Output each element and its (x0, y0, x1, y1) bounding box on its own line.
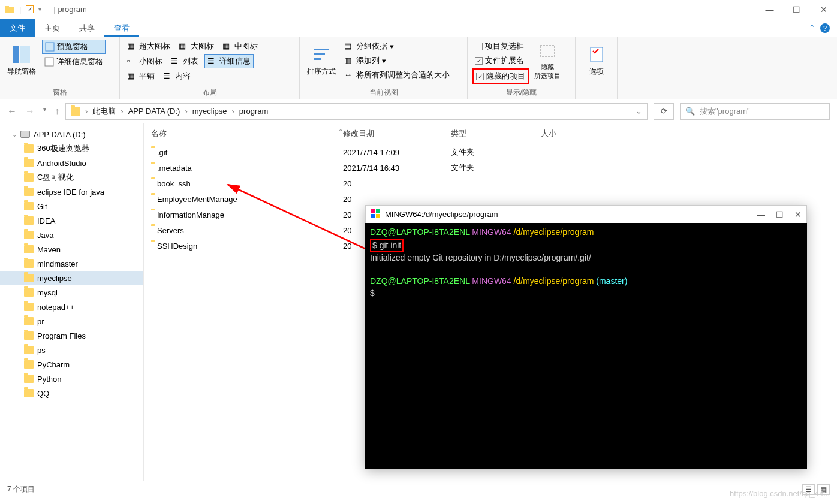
hide-selected-button[interactable]: 隐藏 所选项目 (532, 40, 562, 82)
forward-button[interactable]: → (25, 106, 35, 117)
details-pane-button[interactable]: 详细信息窗格 (42, 55, 106, 68)
col-name[interactable]: 名称 ⌃ (151, 128, 343, 139)
svg-rect-10 (591, 47, 603, 62)
col-type[interactable]: 类型 (451, 128, 541, 139)
sidebar-item[interactable]: notepad++ (0, 300, 143, 314)
qat-check-icon[interactable] (26, 5, 34, 13)
sidebar-item[interactable]: pr (0, 314, 143, 328)
collapse-ribbon-icon[interactable]: ⌃ (809, 23, 815, 32)
svg-rect-14 (371, 214, 375, 218)
layout-tiles[interactable]: ▦平铺 (125, 70, 157, 83)
layout-xl[interactable]: ▦超大图标 (125, 40, 173, 53)
tab-home[interactable]: 主页 (35, 19, 70, 37)
sidebar-item[interactable]: mysql (0, 285, 143, 300)
sidebar-item[interactable]: PyCharm (0, 357, 143, 372)
sidebar-item[interactable]: Git (0, 199, 143, 213)
layout-lg[interactable]: ▦大图标 (176, 40, 216, 53)
preview-pane-icon (45, 42, 55, 52)
address-dropdown-icon[interactable]: ⌄ (636, 107, 642, 116)
sidebar-item[interactable]: Java (0, 228, 143, 242)
recent-dropdown[interactable]: ▾ (43, 106, 46, 117)
folder-icon (24, 360, 34, 369)
qat-dropdown-icon[interactable]: ▾ (38, 6, 41, 13)
terminal-minimize[interactable]: — (757, 210, 765, 219)
layout-md[interactable]: ▦中图标 (220, 40, 260, 53)
layout-detail[interactable]: ☰详细信息 (204, 54, 254, 68)
col-date[interactable]: 修改日期 (343, 128, 451, 139)
md-icon: ▦ (222, 41, 232, 51)
crumb[interactable]: 此电脑 (92, 106, 116, 117)
group-pane-label: 窗格 (5, 86, 115, 99)
folder-icon (24, 231, 34, 239)
navbar: ← → ▾ ↑ › 此电脑› APP DATA (D:)› myeclipse›… (0, 99, 837, 123)
collapse-icon[interactable]: ⌄ (12, 131, 17, 138)
xl-icon: ▦ (127, 41, 137, 51)
terminal-close[interactable]: ✕ (794, 210, 802, 219)
sidebar-item[interactable]: eclipse IDE for java (0, 185, 143, 199)
tab-share[interactable]: 共享 (70, 19, 104, 37)
sidebar-item[interactable]: Maven (0, 242, 143, 256)
sidebar-item[interactable]: 360极速浏览器 (0, 141, 143, 156)
crumb[interactable]: program (239, 107, 268, 116)
group-by-button[interactable]: ▤分组依据 ▾ (342, 40, 452, 53)
sort-button[interactable]: 排序方式 (305, 40, 338, 82)
preview-pane-button[interactable]: 预览窗格 (42, 40, 106, 54)
folder-icon (24, 375, 34, 383)
terminal-app-icon (371, 209, 380, 220)
layout-sm[interactable]: ▫小图标 (125, 54, 165, 68)
tab-file[interactable]: 文件 (0, 19, 35, 37)
terminal-body[interactable]: DZQ@LAPTOP-I8TA2ENL MINGW64 /d/myeclipse… (365, 223, 807, 469)
addressbar[interactable]: › 此电脑› APP DATA (D:)› myeclipse› program… (65, 103, 648, 120)
sidebar-item[interactable]: mindmaster (0, 256, 143, 271)
add-column-button[interactable]: ▥添加列 ▾ (342, 54, 452, 67)
sidebar-item[interactable]: Python (0, 372, 143, 386)
file-row[interactable]: book_ssh20 (144, 176, 837, 191)
file-extensions-toggle[interactable]: 文件扩展名 (472, 54, 529, 67)
minimize-button[interactable]: — (756, 1, 783, 19)
up-button[interactable]: ↑ (55, 106, 59, 117)
sort-icon (312, 45, 331, 64)
sidebar-item[interactable]: C盘可视化 (0, 170, 143, 185)
back-button[interactable]: ← (7, 106, 17, 117)
item-checkboxes-toggle[interactable]: 项目复选框 (472, 40, 529, 53)
options-button[interactable]: 选项 (580, 40, 612, 82)
hidden-items-toggle[interactable]: 隐藏的项目 (472, 68, 529, 84)
lg-icon: ▦ (179, 41, 188, 51)
group-showhide-label: 显示/隐藏 (472, 86, 570, 99)
folder-icon (24, 274, 34, 282)
sidebar-item[interactable]: ps (0, 343, 143, 357)
close-button[interactable]: ✕ (810, 1, 837, 19)
svg-rect-6 (314, 49, 329, 50)
folder-icon (24, 202, 34, 210)
item-count: 7 个项目 (7, 484, 35, 494)
sidebar-item[interactable]: myeclipse (0, 271, 143, 285)
details-pane-icon (44, 57, 54, 67)
sidebar[interactable]: ⌄ APP DATA (D:) 360极速浏览器AndroidStudioC盘可… (0, 123, 144, 481)
sidebar-root[interactable]: ⌄ APP DATA (D:) (0, 127, 143, 141)
file-row[interactable]: .metadata2021/7/14 16:43文件夹 (144, 160, 837, 176)
sidebar-item[interactable]: QQ (0, 386, 143, 400)
crumb[interactable]: APP DATA (D:) (128, 107, 180, 116)
col-size[interactable]: 大小 (541, 128, 601, 139)
checkbox-icon (476, 73, 484, 80)
svg-rect-4 (46, 43, 54, 51)
search-icon: 🔍 (685, 107, 695, 116)
sidebar-item[interactable]: IDEA (0, 213, 143, 228)
help-icon[interactable]: ? (820, 23, 830, 33)
file-row[interactable]: .git2021/7/14 17:09文件夹 (144, 144, 837, 160)
refresh-button[interactable]: ⟳ (654, 103, 674, 120)
file-header[interactable]: 名称 ⌃ 修改日期 类型 大小 (144, 123, 837, 144)
folder-icon (24, 188, 34, 196)
sidebar-item[interactable]: Program Files (0, 328, 143, 343)
tab-view[interactable]: 查看 (104, 19, 139, 37)
fit-columns-button[interactable]: ↔将所有列调整为合适的大小 (342, 68, 452, 82)
sidebar-item[interactable]: AndroidStudio (0, 156, 143, 170)
crumb[interactable]: myeclipse (192, 107, 227, 116)
layout-list[interactable]: ☰列表 (168, 54, 201, 68)
layout-content[interactable]: ☰内容 (161, 70, 193, 83)
nav-pane-button[interactable]: 导航窗格 (5, 40, 38, 82)
search-input[interactable]: 🔍 搜索"program" (680, 103, 830, 120)
maximize-button[interactable]: ☐ (783, 1, 810, 19)
terminal-titlebar[interactable]: MINGW64:/d/myeclipse/program — ☐ ✕ (365, 205, 807, 223)
terminal-maximize[interactable]: ☐ (776, 210, 784, 219)
